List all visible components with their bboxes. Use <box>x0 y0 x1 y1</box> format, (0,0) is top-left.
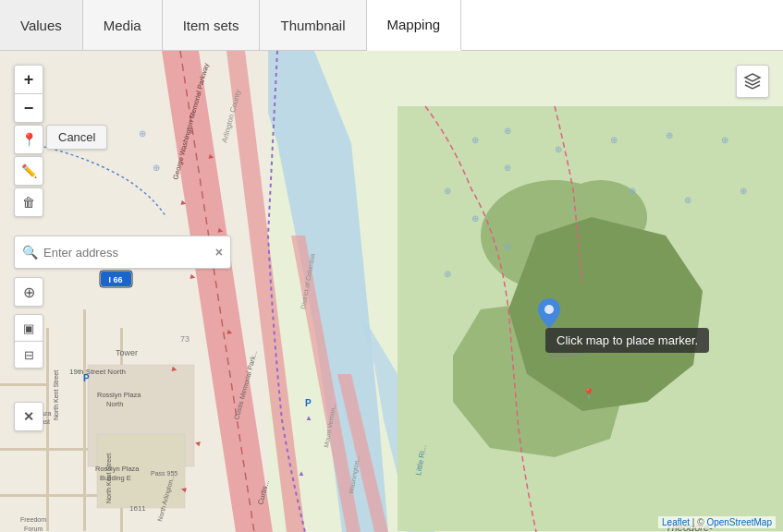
crosshair-button[interactable]: ⊕ <box>14 277 43 307</box>
svg-text:⊕: ⊕ <box>504 126 511 136</box>
square-draw-button[interactable]: ▣ <box>15 315 43 341</box>
close-map-button[interactable]: ✕ <box>14 402 43 431</box>
map-marker <box>538 298 560 328</box>
svg-text:⊕: ⊕ <box>629 186 636 196</box>
leaflet-link[interactable]: Leaflet <box>662 517 690 527</box>
tab-media[interactable]: Media <box>83 0 163 50</box>
svg-text:▲: ▲ <box>305 414 312 422</box>
svg-text:⊕: ⊕ <box>139 128 146 139</box>
svg-text:I 66: I 66 <box>108 275 122 284</box>
place-marker-tooltip: Click map to place marker. <box>545 328 709 353</box>
svg-text:⊕: ⊕ <box>610 135 618 145</box>
svg-text:Building E: Building E <box>100 474 131 482</box>
osm-link[interactable]: OpenStreetMap <box>706 517 772 527</box>
draw-controls: ▣ ⊟ <box>14 314 43 369</box>
svg-text:73: 73 <box>180 334 190 344</box>
tab-bar: Values Media Item sets Thumbnail Mapping <box>0 0 783 51</box>
layers-button[interactable] <box>736 65 769 98</box>
svg-text:⊕: ⊕ <box>666 130 673 140</box>
tab-thumbnail[interactable]: Thumbnail <box>260 0 366 50</box>
svg-rect-16 <box>83 309 86 531</box>
map-attribution: Leaflet | © OpenStreetMap <box>658 516 776 528</box>
svg-text:Rosslyn Plaza: Rosslyn Plaza <box>95 465 140 473</box>
svg-text:P: P <box>305 398 312 408</box>
tab-values[interactable]: Values <box>0 0 83 50</box>
svg-text:North: North <box>106 400 123 408</box>
svg-text:⊕: ⊕ <box>504 163 511 173</box>
svg-text:Forum: Forum <box>24 526 43 532</box>
svg-rect-14 <box>0 383 46 386</box>
edit-controls: 📍 ✏️ 🗑 <box>14 125 43 217</box>
zoom-controls: + − <box>14 65 43 123</box>
svg-text:Rosslyn Plaza: Rosslyn Plaza <box>97 391 141 399</box>
svg-text:⊕: ⊕ <box>471 135 479 145</box>
map-background: I 66 Tower 19th Street North 73 P P P No… <box>0 51 783 532</box>
attribution-separator: | © <box>692 517 707 527</box>
place-marker-button[interactable]: 📍 <box>14 125 43 154</box>
svg-text:⊕: ⊕ <box>721 135 728 145</box>
svg-text:⊕: ⊕ <box>444 269 451 279</box>
svg-text:P: P <box>83 373 90 383</box>
svg-text:⊕: ⊕ <box>555 144 562 154</box>
minus-square-button[interactable]: ⊟ <box>15 342 43 368</box>
tab-mapping[interactable]: Mapping <box>367 0 462 51</box>
zoom-out-button[interactable]: − <box>15 94 43 122</box>
svg-point-84 <box>544 305 554 314</box>
map-container[interactable]: I 66 Tower 19th Street North 73 P P P No… <box>0 51 783 532</box>
svg-text:⊕: ⊕ <box>504 241 511 251</box>
edit-button[interactable]: ✏️ <box>14 156 43 186</box>
zoom-in-button[interactable]: + <box>15 66 43 93</box>
svg-text:▲: ▲ <box>298 469 305 478</box>
layers-icon <box>743 72 762 91</box>
svg-text:Tower: Tower <box>116 348 138 357</box>
svg-text:⊕: ⊕ <box>684 195 691 205</box>
address-input[interactable] <box>43 246 215 260</box>
svg-marker-83 <box>745 74 760 81</box>
address-search-bar: 🔍 × <box>14 236 231 269</box>
tab-item-sets[interactable]: Item sets <box>163 0 261 50</box>
search-clear-button[interactable]: × <box>215 245 223 260</box>
svg-text:19th Street North: 19th Street North <box>69 368 126 376</box>
svg-text:⊕: ⊕ <box>471 213 479 224</box>
svg-text:Freedom: Freedom <box>20 516 46 523</box>
svg-text:⊕: ⊕ <box>740 186 747 196</box>
search-icon: 🔍 <box>22 245 38 260</box>
cancel-button[interactable]: Cancel <box>46 125 107 150</box>
delete-button[interactable]: 🗑 <box>14 187 43 217</box>
svg-text:1611: 1611 <box>129 504 146 513</box>
svg-text:⊕: ⊕ <box>153 163 160 173</box>
svg-text:⊕: ⊕ <box>444 186 451 196</box>
svg-rect-15 <box>46 328 49 531</box>
svg-text:North Kent Street: North Kent Street <box>53 370 59 420</box>
svg-text:📍: 📍 <box>582 387 595 400</box>
